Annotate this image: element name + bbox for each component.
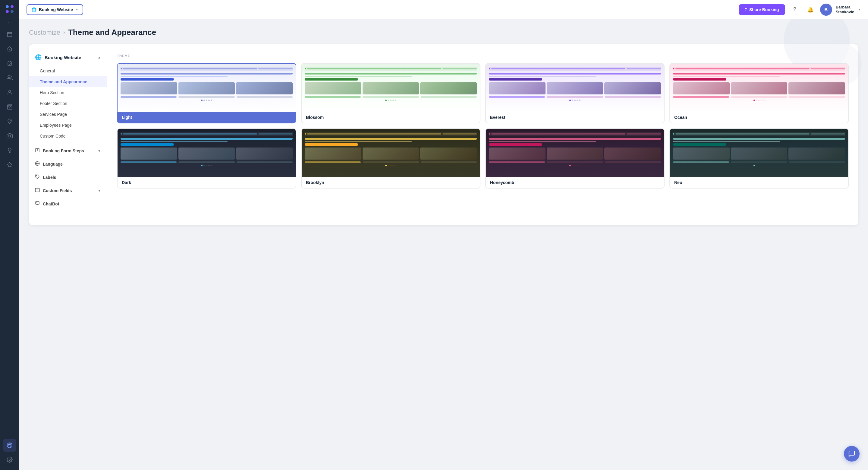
svg-point-12 (9, 135, 11, 137)
sidebar-item-location[interactable] (3, 115, 16, 128)
breadcrumb-parent[interactable]: Customize (29, 29, 60, 36)
panel-nav-theme[interactable]: Theme and Appearance (29, 76, 107, 87)
svg-point-24 (36, 203, 37, 203)
theme-card-brooklyn[interactable]: Brooklyn (301, 128, 480, 188)
panel-nav-labels[interactable]: Labels (29, 171, 107, 184)
share-icon: ⤴ (745, 7, 747, 12)
svg-point-25 (38, 203, 38, 203)
theme-preview-brooklyn (302, 129, 480, 177)
sidebar-bottom (3, 439, 16, 466)
panel-sidebar-header[interactable]: 🌐 Booking Website ▲ (29, 52, 107, 65)
sidebar-item-bulb[interactable] (3, 144, 16, 157)
breadcrumb: Customize › Theme and Appearance (29, 28, 858, 37)
nav-divider-1 (29, 143, 107, 143)
theme-label-blossom: Blossom (302, 112, 480, 123)
bell-icon: 🔔 (807, 6, 814, 13)
theme-label-everest: Everest (486, 112, 664, 123)
panel-chevron-icon: ▲ (98, 56, 101, 59)
svg-point-18 (9, 459, 10, 461)
theme-preview-ocean (670, 64, 848, 112)
sidebar-item-settings[interactable] (3, 453, 16, 466)
topbar: 🌐 Booking Website ▼ ⤴ Share Booking ? 🔔 … (19, 0, 868, 19)
panel-main: THEME (107, 45, 858, 225)
sidebar-item-calendar[interactable] (3, 28, 16, 41)
notifications-button[interactable]: 🔔 (804, 4, 816, 16)
svg-marker-13 (7, 162, 12, 167)
theme-label-honeycomb: Honeycomb (486, 177, 664, 188)
left-sidebar: ‹ › (0, 0, 19, 470)
theme-label-dark: Dark (118, 177, 296, 188)
theme-label-brooklyn: Brooklyn (302, 177, 480, 188)
sidebar-item-camera[interactable] (3, 129, 16, 142)
panel-nav-hero[interactable]: Hero Section (29, 87, 107, 98)
sidebar-item-dashboard[interactable] (3, 42, 16, 56)
theme-preview-blossom (302, 64, 480, 112)
chatbot-icon (35, 201, 40, 207)
nav-arrows[interactable]: ‹ › (8, 21, 11, 24)
svg-point-3 (10, 10, 13, 13)
theme-grid: Light (117, 63, 849, 188)
theme-preview-everest (486, 64, 664, 112)
sidebar-item-palette[interactable] (3, 439, 16, 452)
sidebar-item-person[interactable] (3, 86, 16, 99)
panel-nav-custom-fields[interactable]: Custom Fields ▼ (29, 184, 107, 197)
breadcrumb-separator: › (63, 29, 65, 36)
svg-point-8 (8, 76, 10, 78)
language-label: Language (43, 162, 101, 167)
theme-label-light: Light (118, 112, 296, 123)
content-area: Customize › Theme and Appearance 🌐 Booki… (19, 19, 868, 470)
svg-point-17 (10, 445, 11, 446)
svg-point-1 (10, 5, 13, 8)
svg-point-15 (8, 445, 9, 446)
theme-card-light[interactable]: Light (117, 63, 296, 123)
help-button[interactable]: ? (789, 4, 801, 16)
panel-nav-employees[interactable]: Employees Page (29, 120, 107, 130)
sidebar-item-tasks[interactable] (3, 57, 16, 70)
sidebar-item-team[interactable] (3, 71, 16, 85)
theme-card-ocean[interactable]: Ocean (670, 63, 849, 123)
labels-label: Labels (43, 175, 101, 180)
panel-nav-language[interactable]: Language (29, 157, 107, 171)
globe-icon: 🌐 (31, 7, 36, 12)
user-menu-chevron[interactable]: ▼ (858, 8, 861, 11)
website-btn-label: Booking Website (39, 7, 73, 12)
theme-preview-honeycomb (486, 129, 664, 177)
sidebar-item-bag[interactable] (3, 100, 16, 113)
chat-fab-button[interactable] (844, 446, 860, 462)
panel-website-label: Booking Website (44, 55, 95, 60)
theme-card-dark[interactable]: Dark (117, 128, 296, 188)
svg-point-0 (6, 5, 9, 8)
language-icon (35, 161, 40, 167)
panel-nav-booking-form-steps[interactable]: Booking Form Steps ▼ (29, 144, 107, 157)
labels-icon (35, 174, 40, 180)
svg-point-16 (9, 444, 10, 445)
custom-fields-icon (35, 188, 40, 194)
theme-card-honeycomb[interactable]: Honeycomb (485, 128, 664, 188)
user-name-line1: Barbara (836, 5, 854, 10)
user-name-block: Barbara Stankovic (836, 5, 854, 14)
panel-nav-services[interactable]: Services Page (29, 109, 107, 120)
panel-nav-general[interactable]: General (29, 65, 107, 76)
panel-nav-custom-code[interactable]: Custom Code (29, 130, 107, 142)
theme-card-blossom[interactable]: Blossom (301, 63, 480, 123)
theme-card-neo[interactable]: Neo (670, 128, 849, 188)
share-booking-button[interactable]: ⤴ Share Booking (739, 4, 785, 15)
theme-preview-neo (670, 129, 848, 177)
booking-form-icon (35, 148, 40, 154)
svg-point-9 (9, 90, 11, 92)
nav-left-icon[interactable]: ‹ (8, 21, 9, 24)
main-panel: 🌐 Booking Website ▲ General Theme and Ap… (29, 45, 858, 225)
user-avatar[interactable]: B (820, 4, 832, 16)
panel-nav-footer[interactable]: Footer Section (29, 98, 107, 109)
theme-card-everest[interactable]: Everest (485, 63, 664, 123)
user-name-line2: Stankovic (836, 10, 854, 14)
nav-right-icon[interactable]: › (10, 21, 11, 24)
custom-fields-chevron: ▼ (98, 189, 101, 193)
share-booking-label: Share Booking (749, 7, 779, 12)
sidebar-item-star[interactable] (3, 158, 16, 171)
help-icon: ? (793, 6, 796, 13)
website-selector-button[interactable]: 🌐 Booking Website ▼ (27, 4, 83, 15)
panel-nav-chatbot[interactable]: ChatBot (29, 197, 107, 211)
booking-form-chevron: ▼ (98, 149, 101, 153)
panel-sidebar: 🌐 Booking Website ▲ General Theme and Ap… (29, 45, 107, 225)
